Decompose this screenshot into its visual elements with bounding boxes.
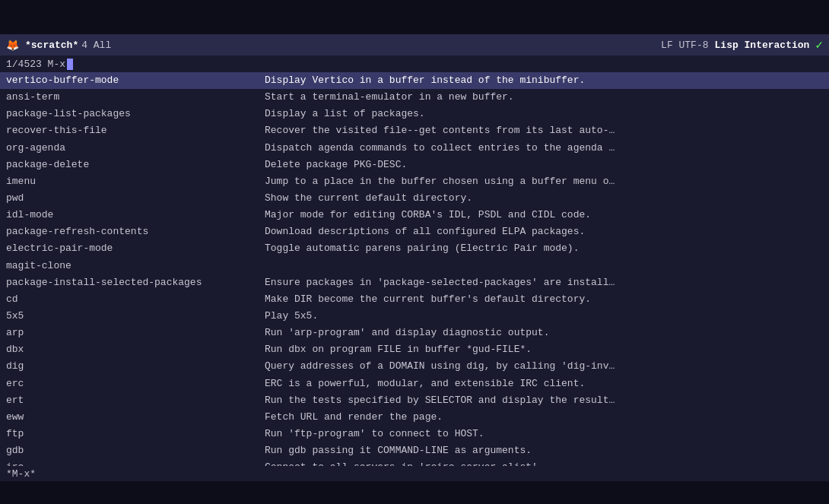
completion-command-desc: Recover the visited file--get contents f… [265,123,823,138]
completion-command-desc: Fetch URL and render the page. [265,410,823,425]
completion-command-desc: Run dbx on program FILE in buffer *gud-F… [265,342,823,357]
completion-row[interactable]: ansi-termStart a terminal-emulator in a … [0,89,829,106]
bottom-label-text: *M-x* [6,468,36,480]
completion-command-name: cd [6,292,265,307]
completion-command-desc: Display a list of packages. [265,106,823,122]
completion-command-name: ftp [6,426,265,442]
completion-list: vertico-buffer-modeDisplay Vertico in a … [0,72,829,466]
completion-row[interactable]: idl-modeMajor mode for editing CORBA's I… [0,207,829,223]
completion-command-name: dbx [6,342,265,357]
completion-row[interactable]: package-install-selected-packagesEnsure … [0,274,829,291]
completion-row[interactable]: cdMake DIR become the current buffer's d… [0,291,829,308]
bottom-label-bar: *M-x* [0,466,829,481]
completion-command-name: 5x5 [6,309,265,324]
completion-row[interactable]: org-agendaDispatch agenda commands to co… [0,140,829,157]
completion-row[interactable]: arpRun 'arp-program' and display diagnos… [0,325,829,341]
minibuffer[interactable]: 1/4523 M-x [0,55,829,72]
minibuffer-prompt: 1/4523 M-x [6,59,65,70]
bottom-decorative-bar [0,481,829,504]
completion-row[interactable]: ftpRun 'ftp-program' to connect to HOST. [0,426,829,442]
completion-command-desc: Make DIR become the current buffer's def… [265,292,823,307]
completion-command-desc: Display Vertico in a buffer instead of t… [265,73,823,88]
major-mode-label: Lisp Interaction [715,40,810,51]
completion-row[interactable]: dbxRun dbx on program FILE in buffer *gu… [0,341,829,358]
completion-command-name: package-install-selected-packages [6,275,265,290]
completion-row[interactable]: ircConnect to all servers in 'rcirc-serv… [0,459,829,466]
completion-command-desc: Run gdb passing it COMMAND-LINE as argum… [265,443,823,458]
completion-command-desc: Run the tests specified by SELECTOR and … [265,393,823,408]
completion-command-name: arp [6,325,265,341]
completion-row[interactable]: gdbRun gdb passing it COMMAND-LINE as ar… [0,442,829,459]
mode-line: 🦊 *scratch* 4 All LF UTF-8 Lisp Interact… [0,34,829,55]
completion-command-name: idl-mode [6,208,265,223]
mode-line-left: 🦊 *scratch* 4 All [6,39,661,52]
completion-row[interactable]: ertRun the tests specified by SELECTOR a… [0,392,829,409]
completion-command-name: ansi-term [6,90,265,105]
completion-command-desc: ERC is a powerful, modular, and extensib… [265,376,823,391]
completion-command-desc: Run 'ftp-program' to connect to HOST. [265,426,823,442]
completion-command-name: erc [6,376,265,391]
completion-command-desc: Show the current default directory. [265,191,823,206]
completion-command-desc: Toggle automatic parens pairing (Electri… [265,241,823,256]
completion-row[interactable]: magit-clone [0,258,829,274]
completion-row[interactable]: pwdShow the current default directory. [0,190,829,207]
completion-row[interactable]: ercERC is a powerful, modular, and exten… [0,376,829,392]
completion-command-name: electric-pair-mode [6,241,265,256]
completion-row[interactable]: ewwFetch URL and render the page. [0,409,829,426]
completion-command-name: ert [6,393,265,408]
buffer-icon: 🦊 [6,39,19,52]
completion-command-name: pwd [6,191,265,206]
completion-row[interactable]: recover-this-fileRecover the visited fil… [0,122,829,139]
completion-command-desc: Delete package PKG-DESC. [265,157,823,173]
completion-command-name: eww [6,410,265,425]
completion-row[interactable]: vertico-buffer-modeDisplay Vertico in a … [0,72,829,89]
completion-command-desc: Download descriptions of all configured … [265,224,823,239]
completion-command-desc: Play 5x5. [265,309,823,324]
completion-command-desc: Ensure packages in 'package-selected-pac… [265,275,823,290]
completion-command-name: package-refresh-contents [6,224,265,239]
completion-command-desc: Run 'arp-program' and display diagnostic… [265,325,823,341]
minibuffer-cursor [67,59,73,70]
mode-line-right: LF UTF-8 Lisp Interaction ✓ [661,37,823,52]
completion-command-name: org-agenda [6,141,265,156]
encoding-label: LF UTF-8 [661,40,708,51]
completion-command-desc: Connect to all servers in 'rcirc-server-… [265,460,823,466]
top-decorative-bar [0,0,829,34]
completion-command-name: recover-this-file [6,123,265,138]
completion-row[interactable]: package-list-packagesDisplay a list of p… [0,106,829,122]
completion-row[interactable]: 5x5Play 5x5. [0,308,829,325]
completion-command-desc: Dispatch agenda commands to collect entr… [265,141,823,156]
buffer-name: *scratch* [25,40,78,51]
checkmark-icon: ✓ [815,37,823,52]
buffer-flags: 4 All [81,40,111,51]
completion-command-desc: Query addresses of a DOMAIN using dig, b… [265,359,823,374]
completion-command-name: irc [6,460,265,466]
completion-command-name: gdb [6,443,265,458]
completion-row[interactable]: electric-pair-modeToggle automatic paren… [0,240,829,257]
completion-command-name: imenu [6,174,265,189]
completion-command-name: magit-clone [6,258,265,274]
completion-command-name: package-delete [6,157,265,173]
completion-command-name: dig [6,359,265,374]
completion-row[interactable]: package-refresh-contentsDownload descrip… [0,223,829,240]
completion-command-name: package-list-packages [6,106,265,122]
completion-command-desc: Jump to a place in the buffer chosen usi… [265,174,823,189]
completion-command-name: vertico-buffer-mode [6,73,265,88]
completion-command-desc: Start a terminal-emulator in a new buffe… [265,90,823,105]
completion-row[interactable]: imenuJump to a place in the buffer chose… [0,173,829,190]
completion-row[interactable]: package-deleteDelete package PKG-DESC. [0,157,829,173]
completion-command-desc: Major mode for editing CORBA's IDL, PSDL… [265,208,823,223]
completion-row[interactable]: digQuery addresses of a DOMAIN using dig… [0,358,829,375]
